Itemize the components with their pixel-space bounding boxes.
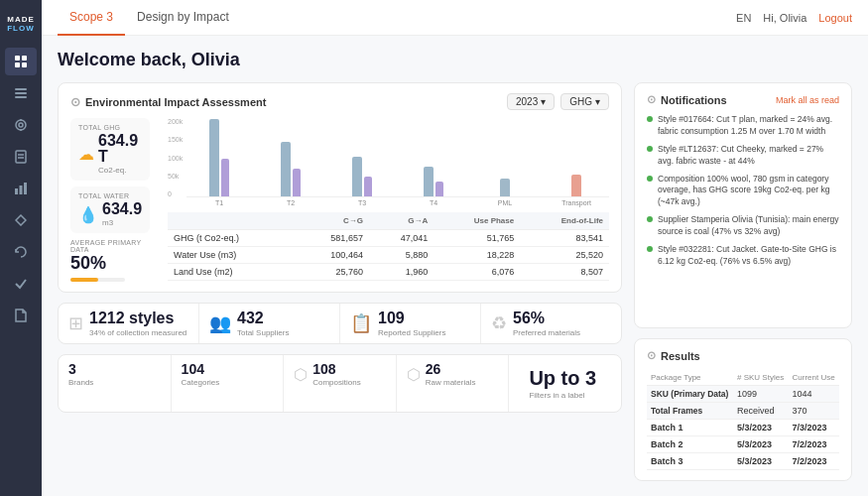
bottom-stats-row: 3 Brands 104 Categories ⬡: [59, 355, 621, 412]
bottom-stat-compositions: ⬡ 108 Compositions: [284, 355, 397, 412]
table-row: GHG (t Co2-eq.) 581,657 47,041 51,765 83…: [168, 230, 609, 247]
bar-t1-main: [209, 119, 219, 196]
sidebar-item-grid[interactable]: [5, 48, 37, 75]
table-row: Water Use (m3) 100,464 5,880 18,228 25,5…: [168, 247, 609, 264]
env-bottom: TOTAL GHG ☁ 634.9 T Co2-eq.: [70, 118, 609, 282]
xlabel-pml: PML: [472, 199, 538, 206]
svg-rect-2: [15, 62, 20, 67]
batch1-name: Batch 1: [647, 420, 733, 436]
preferred-number: 56%: [513, 310, 580, 327]
batch-1-row: Batch 1 5/3/2023 7/3/2023: [647, 420, 839, 436]
col-header-eol: End-of-Life: [520, 212, 609, 230]
ghg-value: 634.9 T: [98, 133, 142, 165]
env-card-title: ⊙ Environmental Impact Assessment: [70, 95, 507, 109]
notif-text-3: Composition 100% wool, 780 gsm in catego…: [658, 174, 839, 209]
svg-rect-5: [15, 92, 27, 94]
col-header-cg: C→G: [296, 212, 369, 230]
notif-title: ⊙ Notifications: [647, 93, 776, 106]
ghg-sub: Co2-eq.: [98, 166, 142, 175]
progress-bar-bg: [70, 278, 125, 282]
top-nav: Scope 3 Design by Impact EN Hi, Olivia L…: [42, 0, 868, 36]
svg-point-8: [19, 123, 23, 127]
batch3-current: 7/2/2023: [789, 453, 839, 470]
stat-reported: 📋 109 Reported Suppliers: [340, 304, 481, 343]
xlabel-t4: T4: [401, 199, 466, 206]
year-select[interactable]: 2023 ▾: [507, 93, 555, 110]
sidebar: MADE FLOW: [0, 0, 42, 496]
bar-t4-sec: [435, 182, 443, 196]
notif-text-1: Style #017664: Cut T plan, marked = 24% …: [658, 114, 839, 138]
notif-item-4: Supplier Stamperia Olivia (Tunisia): mai…: [647, 214, 839, 238]
svg-rect-11: [16, 151, 26, 163]
bar-pair-pml: [500, 119, 510, 196]
summary-col1: SKU (Primary Data): [647, 386, 733, 403]
svg-point-7: [16, 120, 26, 130]
lang-selector[interactable]: EN: [736, 12, 751, 24]
bottom-stats-card: 3 Brands 104 Categories ⬡: [58, 354, 622, 413]
svg-rect-15: [20, 186, 23, 194]
left-column: ⊙ Environmental Impact Assessment 2023 ▾…: [58, 82, 622, 481]
avg-label: AVERAGE PRIMARY DATA: [70, 239, 160, 253]
notif-text-4: Supplier Stamperia Olivia (Tunisia): mai…: [658, 214, 839, 238]
table-row: Land Use (m2) 25,760 1,960 6,076 8,507: [168, 264, 609, 281]
sidebar-item-doc[interactable]: [5, 143, 37, 171]
preferred-text: 56% Preferred materials: [513, 310, 580, 337]
col-header-use: Use Phase: [434, 212, 520, 230]
card-controls: 2023 ▾ GHG ▾: [507, 93, 609, 110]
batch2-received: 5/3/2023: [733, 436, 789, 453]
notif-item-1: Style #017664: Cut T plan, marked = 24% …: [647, 114, 839, 138]
total-col1: Total Frames: [647, 403, 733, 420]
sidebar-item-check[interactable]: [5, 270, 37, 298]
stats-row: ⊞ 1212 styles 34% of collection measured: [59, 304, 621, 343]
y-axis-labels: 200k 150k 100k 50k 0: [168, 118, 183, 197]
batch-2-row: Batch 2 5/3/2023 7/2/2023: [647, 436, 839, 453]
row-ghg-use: 51,765: [434, 230, 520, 247]
sidebar-item-diamond[interactable]: [5, 206, 37, 234]
logout-button[interactable]: Logout: [818, 12, 852, 24]
stat-preferred: ♻ 56% Preferred materials: [481, 304, 621, 343]
results-header-row: Package Type # SKU Styles Current Use: [647, 370, 839, 386]
stat-suppliers-inner: 👥 432 Total Suppliers: [209, 310, 329, 337]
sidebar-item-chart[interactable]: [5, 175, 37, 202]
raw-number: 26: [426, 361, 476, 377]
preferred-icon: ♻: [491, 312, 507, 334]
water-sub: m3: [102, 218, 142, 227]
xlabel-t1: T1: [186, 199, 252, 206]
svg-rect-0: [15, 56, 20, 61]
bar-group-t1: [186, 119, 252, 196]
xlabel-transport: Transport: [544, 199, 609, 206]
reported-text: 109 Reported Suppliers: [378, 310, 445, 337]
sidebar-item-target[interactable]: [5, 111, 37, 139]
compositions-number: 108: [312, 361, 360, 377]
bar-pair-t1: [209, 119, 229, 196]
row-ghg-label: GHG (t Co2-eq.): [168, 230, 296, 247]
nav-tabs: Scope 3 Design by Impact: [58, 0, 241, 36]
results-col-package: Package Type: [647, 370, 733, 386]
tab-scope3[interactable]: Scope 3: [58, 0, 125, 36]
tab-design[interactable]: Design by Impact: [125, 0, 241, 36]
row-land-cg: 25,760: [296, 264, 369, 281]
notifications-card: ⊙ Notifications Mark all as read Style #…: [634, 82, 852, 328]
sidebar-item-list[interactable]: [5, 79, 37, 107]
metric-select[interactable]: GHG ▾: [560, 93, 609, 110]
raw-text: 26 Raw materials: [426, 361, 476, 387]
user-greeting: Hi, Olivia: [763, 12, 806, 24]
raw-icon: ⬡: [407, 365, 421, 384]
bar-transport: [571, 175, 581, 196]
sidebar-item-refresh[interactable]: [5, 238, 37, 266]
total-water-box: TOTAL WATER 💧 634.9 m3: [70, 186, 150, 233]
svg-rect-6: [15, 96, 27, 98]
logo: MADE FLOW: [3, 10, 39, 44]
row-water-label: Water Use (m3): [168, 247, 296, 264]
preferred-desc: Preferred materials: [513, 328, 580, 337]
bar-pair-transport: [571, 119, 581, 196]
sidebar-item-file[interactable]: [5, 302, 37, 329]
two-col-layout: ⊙ Environmental Impact Assessment 2023 ▾…: [58, 82, 852, 481]
row-water-eol: 25,520: [520, 247, 609, 264]
svg-rect-1: [22, 56, 27, 61]
mark-all-button[interactable]: Mark all as read: [776, 95, 839, 105]
batch1-received: 5/3/2023: [733, 420, 789, 436]
bar-t2-sec: [293, 169, 301, 196]
bar-pair-t3: [352, 119, 372, 196]
total-ghg-box: TOTAL GHG ☁ 634.9 T Co2-eq.: [70, 118, 150, 181]
